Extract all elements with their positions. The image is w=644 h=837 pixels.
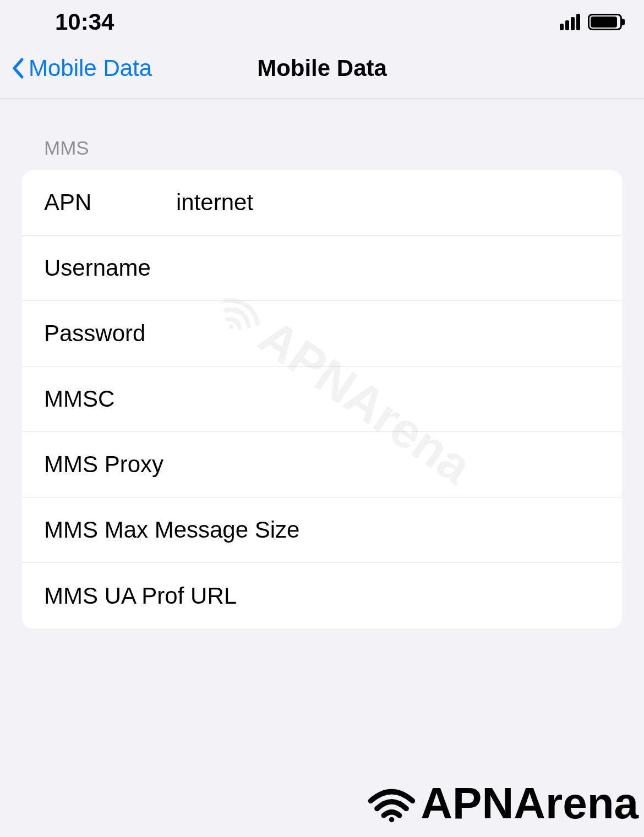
apn-input[interactable] [176,189,600,216]
username-label: Username [44,255,176,281]
wifi-icon [365,784,418,823]
mms-max-size-row[interactable]: MMS Max Message Size [22,497,622,563]
mms-max-size-label: MMS Max Message Size [44,517,309,543]
username-input[interactable] [176,255,600,281]
nav-bar: Mobile Data Mobile Data [0,44,644,99]
password-input[interactable] [176,320,600,347]
apn-label: APN [44,189,176,216]
mms-ua-prof-url-row[interactable]: MMS UA Prof URL [22,563,622,628]
username-row[interactable]: Username [22,236,622,301]
mms-settings-group: APN Username Password MMSC MMS Proxy MMS… [22,170,622,628]
status-bar: 10:34 [0,0,644,44]
mmsc-row[interactable]: MMSC [22,366,622,432]
status-time: 10:34 [55,9,114,35]
mms-proxy-row[interactable]: MMS Proxy [22,432,622,497]
back-button[interactable]: Mobile Data [11,55,152,81]
mms-proxy-label: MMS Proxy [44,451,309,478]
watermark-text: APNArena [421,778,638,829]
svg-point-1 [389,817,395,823]
back-label: Mobile Data [29,55,152,81]
mmsc-label: MMSC [44,386,176,412]
page-title: Mobile Data [257,55,387,81]
mms-ua-prof-url-label: MMS UA Prof URL [44,583,309,609]
status-icons [560,14,622,30]
section-header-mms: MMS [0,99,644,170]
mmsc-input[interactable] [176,386,600,412]
chevron-left-icon [11,57,24,79]
mms-proxy-input[interactable] [309,451,600,478]
password-row[interactable]: Password [22,301,622,366]
apn-row[interactable]: APN [22,170,622,236]
battery-icon [588,14,622,30]
password-label: Password [44,320,176,347]
cellular-signal-icon [560,14,580,30]
mms-max-size-input[interactable] [309,517,600,543]
mms-ua-prof-url-input[interactable] [309,583,600,609]
watermark-bottom: APNArena [365,778,638,829]
